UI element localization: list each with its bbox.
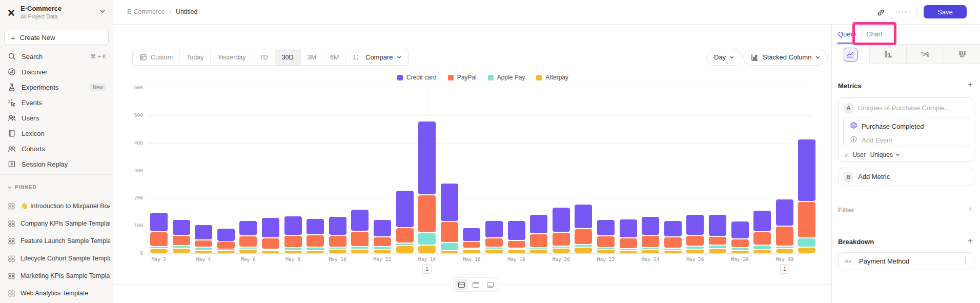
bar-segment-apple-pay[interactable] — [553, 247, 570, 248]
bar-segment-paypal[interactable] — [686, 236, 704, 246]
bar-segment-afterpay[interactable] — [553, 249, 570, 253]
bar-segment-paypal[interactable] — [173, 236, 190, 245]
bar-segment-afterpay[interactable] — [597, 250, 615, 253]
bar-segment-afterpay[interactable] — [731, 251, 749, 253]
legend-item-credit-card[interactable]: Credit card — [397, 74, 437, 81]
bar-segment-credit-card[interactable] — [374, 220, 391, 237]
bar-segment-afterpay[interactable] — [709, 249, 726, 253]
bar-segment-credit-card[interactable] — [463, 228, 480, 241]
bar-segment-credit-card[interactable] — [642, 217, 659, 235]
tab-chart[interactable]: Chart — [866, 30, 883, 38]
bar-segment-afterpay[interactable] — [463, 250, 480, 253]
pinned-board-item[interactable]: Web Analytics Template — [0, 285, 113, 302]
bar-segment-apple-pay[interactable] — [575, 245, 592, 247]
bar-segment-paypal[interactable] — [709, 237, 726, 245]
add-breakdown-plus-button[interactable]: + — [968, 237, 973, 245]
bar-segment-apple-pay[interactable] — [485, 248, 503, 249]
bar-segment-paypal[interactable] — [620, 238, 637, 248]
bar-segment-paypal[interactable] — [284, 236, 302, 248]
bar-segment-credit-card[interactable] — [798, 139, 815, 201]
copy-link-button[interactable] — [874, 6, 887, 19]
bar-segment-paypal[interactable] — [329, 236, 346, 247]
range-button-yesterday[interactable]: Yesterday — [211, 49, 253, 65]
bar-segment-apple-pay[interactable] — [798, 238, 815, 247]
bar-segment-credit-card[interactable] — [776, 199, 793, 226]
bar-segment-apple-pay[interactable] — [195, 248, 212, 250]
bar-segment-paypal[interactable] — [262, 238, 279, 249]
bar-segment-paypal[interactable] — [307, 235, 324, 247]
add-event-button[interactable]: Add Event — [862, 136, 892, 144]
event-name[interactable]: Purchase Completed — [862, 123, 924, 130]
bar-segment-apple-pay[interactable] — [284, 248, 302, 250]
bar-segment-paypal[interactable] — [553, 233, 570, 246]
bar-segment-credit-card[interactable] — [485, 221, 503, 237]
bar-segment-credit-card[interactable] — [307, 219, 324, 234]
bar-segment-afterpay[interactable] — [776, 249, 793, 253]
bar-segment-credit-card[interactable] — [418, 122, 436, 194]
bar-segment-credit-card[interactable] — [731, 221, 749, 238]
bar-segment-afterpay[interactable] — [485, 250, 503, 253]
bar-segment-afterpay[interactable] — [418, 246, 436, 253]
bar-segment-credit-card[interactable] — [351, 210, 369, 231]
chart-type-dropdown[interactable]: Stacked Column — [743, 49, 827, 66]
bar-segment-paypal[interactable] — [239, 236, 257, 247]
bar-segment-apple-pay[interactable] — [642, 248, 659, 249]
tab-query[interactable]: Query — [838, 30, 856, 38]
aggregation-type-dropdown[interactable]: Uniques — [870, 151, 900, 158]
viz-tab-bar[interactable] — [869, 45, 907, 64]
bar-segment-afterpay[interactable] — [262, 251, 279, 253]
range-button-custom[interactable]: Custom — [133, 49, 180, 65]
bar-segment-paypal[interactable] — [731, 239, 749, 248]
bar-segment-apple-pay[interactable] — [463, 249, 480, 250]
bar-segment-credit-card[interactable] — [753, 211, 771, 231]
pinned-board-item[interactable]: Company KPIs Sample Template — [0, 215, 113, 232]
layout-split-view-button[interactable] — [455, 279, 468, 290]
pinned-section-header[interactable]: PINNED — [8, 185, 37, 190]
bar-segment-afterpay[interactable] — [664, 251, 682, 253]
viz-tab-flows[interactable] — [906, 45, 944, 64]
bar-segment-paypal[interactable] — [485, 238, 503, 247]
range-button-6m[interactable]: 6M — [323, 49, 346, 65]
bar-segment-afterpay[interactable] — [239, 250, 257, 253]
add-metric-card[interactable]: B Add Metric — [838, 168, 974, 186]
layout-chart-only-button[interactable] — [469, 279, 482, 290]
aggregation-entity[interactable]: User — [852, 151, 865, 158]
bar-segment-credit-card[interactable] — [508, 221, 525, 240]
sidebar-item-lexicon[interactable]: Lexicon — [0, 126, 113, 141]
bar-segment-credit-card[interactable] — [664, 221, 682, 236]
bar-segment-credit-card[interactable] — [262, 218, 279, 237]
bar-segment-afterpay[interactable] — [150, 249, 168, 253]
bar-segment-afterpay[interactable] — [798, 248, 815, 253]
bar-segment-paypal[interactable] — [217, 241, 235, 248]
pinned-board-item[interactable]: Lifecycle Cohort Sample Template — [0, 250, 113, 267]
granularity-dropdown[interactable]: Day — [706, 49, 742, 66]
bar-segment-afterpay[interactable] — [508, 250, 525, 253]
sidebar-item-search[interactable]: Search⌘ + K — [0, 49, 113, 64]
project-selector[interactable]: ✕ E-Commerce All Project Data — [0, 0, 113, 25]
bar-segment-afterpay[interactable] — [284, 251, 302, 253]
bar-segment-credit-card[interactable] — [284, 216, 302, 235]
bar-segment-paypal[interactable] — [150, 232, 168, 246]
bar-segment-credit-card[interactable] — [195, 225, 212, 240]
bar-segment-paypal[interactable] — [418, 195, 436, 233]
bar-segment-credit-card[interactable] — [217, 229, 235, 240]
save-button[interactable]: Save — [924, 5, 967, 18]
bar-segment-apple-pay[interactable] — [597, 248, 615, 249]
sidebar-item-cohorts[interactable]: Cohorts — [0, 141, 113, 156]
legend-item-apple-pay[interactable]: Apple Pay — [488, 74, 525, 81]
bar-segment-paypal[interactable] — [396, 228, 414, 243]
layout-table-only-button[interactable] — [483, 279, 497, 290]
sidebar-item-discover[interactable]: Discover — [0, 64, 113, 79]
bar-segment-apple-pay[interactable] — [686, 247, 704, 249]
legend-item-afterpay[interactable]: Afterpay — [536, 74, 568, 81]
kebab-menu-icon[interactable]: ⋮ — [962, 257, 969, 265]
bar-segment-apple-pay[interactable] — [731, 248, 749, 250]
bar-segment-credit-card[interactable] — [553, 208, 570, 232]
bar-segment-afterpay[interactable] — [620, 251, 637, 253]
annotation-badge[interactable]: 1 — [780, 264, 789, 274]
bar-segment-credit-card[interactable] — [150, 213, 168, 231]
bar-segment-credit-card[interactable] — [597, 220, 615, 235]
bar-segment-apple-pay[interactable] — [396, 244, 414, 245]
bar-segment-apple-pay[interactable] — [620, 249, 637, 251]
bar-segment-paypal[interactable] — [664, 237, 682, 248]
